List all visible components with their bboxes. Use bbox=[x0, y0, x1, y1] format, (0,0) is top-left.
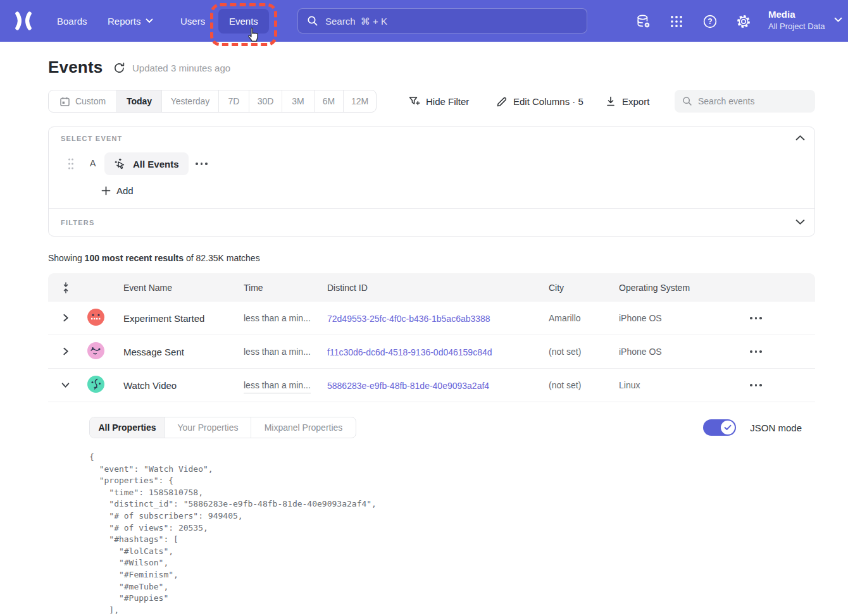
settings-gear-icon[interactable] bbox=[736, 14, 751, 29]
row-more-options-button[interactable] bbox=[750, 384, 815, 386]
json-mode-label: JSON mode bbox=[750, 422, 802, 433]
row-more-options-button[interactable] bbox=[750, 350, 815, 353]
date-range-6m[interactable]: 6M bbox=[315, 90, 344, 112]
time-cell: less than a min... bbox=[244, 347, 327, 357]
hide-filter-label: Hide Filter bbox=[426, 96, 469, 107]
column-header-event-name[interactable]: Event Name bbox=[123, 283, 244, 293]
city-cell: Amarillo bbox=[549, 313, 619, 323]
date-range-7d[interactable]: 7D bbox=[219, 90, 249, 112]
search-events-box[interactable] bbox=[675, 90, 815, 113]
chevron-down-icon bbox=[834, 17, 842, 23]
distinct-id-link[interactable]: 5886283e-e9fb-48fb-81de-40e9093a2af4 bbox=[327, 381, 489, 391]
global-search-input[interactable] bbox=[325, 16, 578, 27]
help-icon[interactable]: ? bbox=[702, 14, 718, 29]
project-switcher[interactable]: Media All Project Data bbox=[768, 8, 825, 32]
tab-your-properties[interactable]: Your Properties bbox=[165, 417, 251, 438]
collapse-row-icon[interactable] bbox=[61, 380, 71, 390]
event-row-letter: A bbox=[90, 158, 96, 168]
refresh-icon[interactable] bbox=[113, 62, 125, 74]
tab-mixpanel-properties[interactable]: Mixpanel Properties bbox=[251, 417, 356, 438]
time-cell: less than a min... bbox=[244, 313, 327, 323]
date-range-yesterday[interactable]: Yesterday bbox=[162, 90, 219, 112]
column-header-city[interactable]: City bbox=[549, 283, 619, 293]
top-nav: Boards Reports Users Events bbox=[0, 0, 848, 42]
results-count: 100 most recent results bbox=[85, 253, 184, 263]
search-events-input[interactable] bbox=[698, 96, 813, 106]
date-range-custom[interactable]: Custom bbox=[49, 90, 117, 112]
table-row-expanded[interactable]: Watch Video less than a min... 5886283e-… bbox=[48, 369, 815, 402]
global-search[interactable] bbox=[297, 8, 587, 34]
all-events-icon bbox=[114, 157, 127, 170]
date-range-label: 3M bbox=[292, 96, 304, 106]
svg-text:?: ? bbox=[708, 17, 712, 26]
os-cell: iPhone OS bbox=[619, 313, 750, 323]
date-range-control: Custom Today Yesterday 7D 30D 3M 6M 12M bbox=[48, 90, 377, 113]
table-row[interactable]: Experiment Started less than a min... 72… bbox=[48, 302, 815, 335]
expand-row-icon[interactable] bbox=[61, 313, 71, 323]
updated-timestamp: Updated 3 minutes ago bbox=[132, 63, 230, 73]
json-mode-control: JSON mode bbox=[703, 417, 802, 438]
date-range-label: 12M bbox=[351, 96, 368, 106]
add-label: Add bbox=[116, 185, 134, 196]
date-range-today[interactable]: Today bbox=[117, 90, 162, 112]
page-title: Events bbox=[48, 58, 103, 77]
nav-item-boards[interactable]: Boards bbox=[57, 0, 87, 42]
event-json-view: { "event": "Watch Video", "properties": … bbox=[89, 452, 815, 616]
event-avatar bbox=[87, 376, 104, 393]
edit-columns-button[interactable]: Edit Columns · 5 bbox=[496, 95, 586, 107]
nav-item-users[interactable]: Users bbox=[180, 0, 205, 42]
nav-item-label: Reports bbox=[108, 16, 141, 27]
date-range-label: Yesterday bbox=[171, 96, 210, 106]
json-mode-toggle[interactable] bbox=[703, 419, 736, 436]
event-name-cell: Experiment Started bbox=[123, 313, 244, 324]
column-header-time[interactable]: Time bbox=[244, 283, 327, 293]
calendar-icon bbox=[59, 96, 70, 107]
date-range-30d[interactable]: 30D bbox=[249, 90, 282, 112]
time-text: less than a min... bbox=[244, 380, 311, 393]
apps-grid-icon[interactable] bbox=[669, 14, 684, 29]
distinct-id-link[interactable]: 72d49553-25fc-4f0c-b436-1b5ac6ab3388 bbox=[327, 314, 490, 324]
table-header: Event Name Time Distinct ID City Operati… bbox=[48, 273, 815, 302]
event-avatar bbox=[87, 342, 104, 359]
download-icon bbox=[605, 95, 616, 107]
date-range-label: 6M bbox=[323, 96, 335, 106]
project-scope: All Project Data bbox=[768, 21, 825, 32]
select-event-label: SELECT EVENT bbox=[61, 135, 123, 142]
event-selector-button[interactable]: All Events bbox=[104, 152, 189, 175]
tab-label: All Properties bbox=[98, 422, 156, 433]
event-name-cell: Watch Video bbox=[123, 380, 244, 391]
date-range-3m[interactable]: 3M bbox=[282, 90, 315, 112]
export-button[interactable]: Export bbox=[605, 95, 653, 107]
add-event-button[interactable]: Add bbox=[101, 185, 134, 196]
collapse-section-button[interactable] bbox=[795, 135, 806, 145]
event-name-cell: Message Sent bbox=[123, 347, 244, 357]
os-cell: iPhone OS bbox=[619, 347, 750, 357]
collapse-all-icon[interactable] bbox=[48, 282, 84, 293]
hide-filter-button[interactable]: Hide Filter bbox=[408, 95, 473, 107]
table-toolbar: Hide Filter Edit Columns · 5 Export bbox=[408, 90, 815, 113]
row-more-options-button[interactable] bbox=[750, 317, 815, 319]
column-header-distinct-id[interactable]: Distinct ID bbox=[327, 283, 549, 293]
table-row[interactable]: Message Sent less than a min... f11c30d6… bbox=[48, 335, 815, 369]
pencil-icon bbox=[496, 95, 508, 107]
events-table: Event Name Time Distinct ID City Operati… bbox=[48, 273, 815, 616]
results-suffix: of 82.35K matches bbox=[184, 253, 260, 263]
date-range-12m[interactable]: 12M bbox=[344, 90, 376, 112]
nav-item-reports[interactable]: Reports bbox=[108, 0, 153, 42]
drag-handle-icon[interactable] bbox=[67, 157, 75, 170]
expand-row-icon[interactable] bbox=[61, 347, 71, 357]
city-cell: (not set) bbox=[549, 380, 619, 390]
search-icon bbox=[682, 96, 692, 106]
column-header-os[interactable]: Operating System bbox=[619, 283, 750, 293]
data-management-icon[interactable] bbox=[636, 14, 651, 29]
event-detail-panel: All Properties Your Properties Mixpanel … bbox=[48, 402, 815, 616]
nav-item-events[interactable]: Events bbox=[218, 9, 269, 34]
distinct-id-link[interactable]: f11c30d6-dc6d-4518-9136-0d046159c84d bbox=[327, 347, 492, 357]
tab-all-properties[interactable]: All Properties bbox=[90, 417, 165, 438]
mixpanel-logo-icon[interactable] bbox=[13, 11, 34, 30]
chevron-down-icon bbox=[146, 18, 153, 23]
event-more-options-button[interactable] bbox=[196, 163, 208, 165]
results-summary: Showing 100 most recent results of 82.35… bbox=[48, 253, 260, 263]
date-range-label: Custom bbox=[75, 96, 106, 106]
expand-filters-button[interactable] bbox=[795, 219, 806, 229]
